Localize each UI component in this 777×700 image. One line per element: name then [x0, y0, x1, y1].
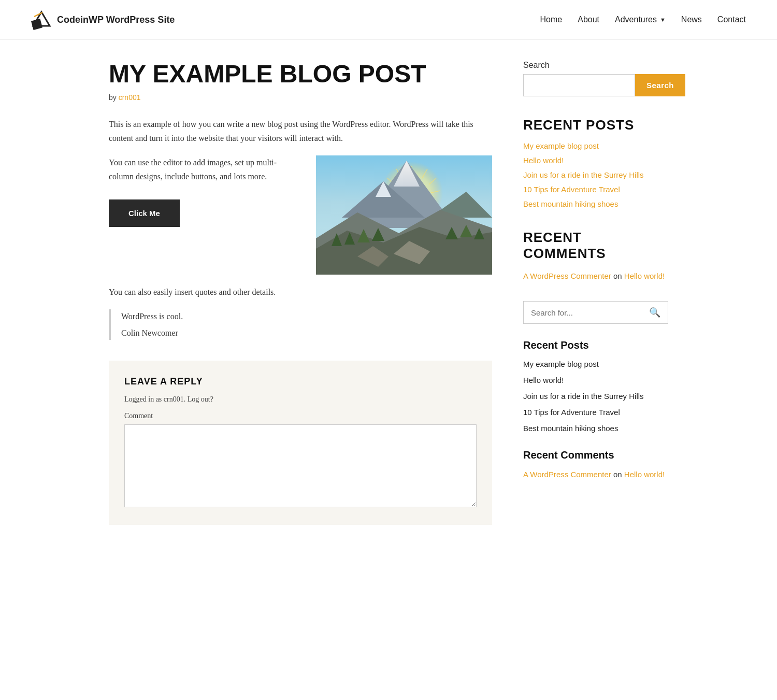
sidebar-recent-comments: A WordPress Commenter on Hello world!: [523, 270, 668, 282]
nav-news[interactable]: News: [681, 15, 702, 24]
recent-post-link-5[interactable]: Best mountain hiking shoes: [523, 199, 618, 208]
site-header: CodeinWP WordPress Site Home About Adven…: [0, 0, 777, 40]
sidebar-search2-row: 🔍: [523, 301, 668, 324]
recent-post-link-4[interactable]: 10 Tips for Adventure Travel: [523, 185, 620, 194]
sidebar-search2-input[interactable]: [524, 302, 642, 323]
main-nav: Home About Adventures ▼ News Contact: [540, 15, 746, 24]
post-para-1: This is an example of how you can write …: [109, 117, 492, 145]
list-item: 10 Tips for Adventure Travel: [523, 407, 668, 418]
list-item: Join us for a ride in the Surrey Hills: [523, 170, 668, 180]
site-title: CodeinWP WordPress Site: [57, 15, 175, 25]
sidebar-comment-post-link2[interactable]: Hello world!: [624, 470, 665, 479]
sidebar-commenter-link-1[interactable]: A WordPress Commenter: [523, 272, 611, 280]
site-logo[interactable]: CodeinWP WordPress Site: [31, 9, 175, 30]
comment-section: LEAVE A REPLY Logged in as crn001. Log o…: [109, 361, 492, 525]
mountain-image: [316, 155, 492, 275]
sidebar-commenter-link2[interactable]: A WordPress Commenter: [523, 470, 611, 479]
blockquote-author: Colin Newcomer: [121, 326, 492, 340]
blockquote-text: WordPress is cool.: [121, 309, 492, 323]
sidebar-recent-posts-title: RECENT POSTS: [523, 117, 668, 133]
list-item: Hello world!: [523, 375, 668, 385]
list-item: My example blog post: [523, 141, 668, 151]
sidebar-comment-post-link-1[interactable]: Hello world!: [624, 272, 665, 280]
sidebar-comment-on-1: on: [613, 272, 622, 280]
search-icon: 🔍: [649, 307, 660, 318]
list-item: Hello world!: [523, 156, 668, 165]
chevron-down-icon: ▼: [660, 17, 666, 23]
sidebar-recent-comments-title: RECENT COMMENTS: [523, 230, 668, 262]
recent-post-link-2[interactable]: Hello world!: [523, 156, 564, 165]
nav-contact[interactable]: Contact: [717, 15, 746, 24]
comment-label: Comment: [124, 412, 477, 420]
logo-icon: [31, 9, 52, 30]
post-meta-prefix: by: [109, 93, 117, 102]
sidebar-comment-on2: on: [613, 470, 624, 479]
sidebar-recent-posts-list: My example blog post Hello world! Join u…: [523, 141, 668, 209]
comment-textarea[interactable]: [124, 424, 477, 507]
logged-in-text: Logged in as crn001. Log out?: [124, 395, 477, 404]
post-body: This is an example of how you can write …: [109, 117, 492, 340]
post-two-col: You can use the editor to add images, se…: [109, 155, 492, 275]
recent-post-link-3[interactable]: Join us for a ride in the Surrey Hills: [523, 170, 644, 179]
nav-adventures[interactable]: Adventures ▼: [615, 15, 666, 24]
sidebar: Search Search RECENT POSTS My example bl…: [523, 61, 668, 525]
sidebar-recent-comments2: A WordPress Commenter on Hello world!: [523, 468, 668, 481]
sidebar-search2-button[interactable]: 🔍: [642, 302, 668, 323]
list-item: Best mountain hiking shoes: [523, 423, 668, 434]
sidebar-comment-1: A WordPress Commenter on Hello world!: [523, 270, 668, 282]
sidebar-search-label: Search: [523, 61, 668, 70]
page-wrapper: MY EXAMPLE BLOG POST by crn001 This is a…: [78, 40, 699, 546]
post-para-2: You can use the editor to add images, se…: [109, 155, 300, 183]
leave-reply-title: LEAVE A REPLY: [124, 376, 477, 387]
list-item: My example blog post: [523, 359, 668, 369]
post-blockquote: WordPress is cool. Colin Newcomer: [109, 309, 492, 339]
post-meta: by crn001: [109, 93, 492, 102]
post-author-link[interactable]: crn001: [119, 93, 141, 102]
nav-about[interactable]: About: [578, 15, 599, 24]
sidebar-recent-comments-title2: Recent Comments: [523, 449, 668, 461]
sidebar-search-button[interactable]: Search: [635, 74, 685, 96]
list-item: Best mountain hiking shoes: [523, 199, 668, 209]
sidebar-search-row: Search: [523, 74, 668, 96]
sidebar-search-input[interactable]: [523, 74, 635, 96]
main-content: MY EXAMPLE BLOG POST by crn001 This is a…: [109, 61, 492, 525]
click-me-button[interactable]: Click Me: [109, 199, 180, 227]
recent-post-link-1[interactable]: My example blog post: [523, 141, 599, 150]
list-item: 10 Tips for Adventure Travel: [523, 185, 668, 194]
nav-home[interactable]: Home: [540, 15, 563, 24]
post-text-col: You can use the editor to add images, se…: [109, 155, 300, 232]
list-item: Join us for a ride in the Surrey Hills: [523, 391, 668, 402]
post-para-3: You can also easily insert quotes and ot…: [109, 285, 492, 299]
sidebar-recent-posts-list2: My example blog post Hello world! Join u…: [523, 359, 668, 434]
sidebar-recent-posts-title2: Recent Posts: [523, 339, 668, 351]
post-title: MY EXAMPLE BLOG POST: [109, 61, 492, 88]
